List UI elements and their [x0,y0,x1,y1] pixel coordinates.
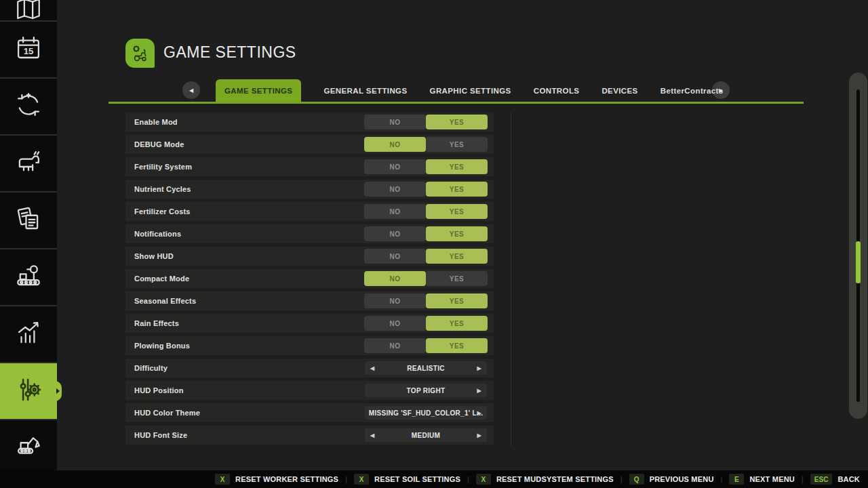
select-current-option: TOP RIGHT [407,387,446,394]
separator: | [467,475,469,483]
svg-text:15: 15 [24,46,34,56]
toggle-no-button[interactable]: NO [364,137,426,152]
yes-no-toggle: NOYES [364,159,488,174]
select-prev-arrow-icon[interactable]: ◀ [370,365,374,371]
tab-general-settings[interactable]: GENERAL SETTINGS [323,79,407,102]
setting-row: DEBUG ModeNOYES [125,135,494,154]
setting-label: Rain Effects [134,319,179,327]
sidebar-item-animals[interactable] [0,136,57,191]
keybind-back[interactable]: ESCBACK [810,474,860,485]
select-value[interactable]: ◀REALISTIC▶ [364,361,488,375]
setting-row: Rain EffectsNOYES [125,314,494,333]
select-value[interactable]: TOP RIGHT▶ [364,383,488,398]
select-next-arrow-icon[interactable]: ▶ [477,365,481,371]
setting-label: HUD Position [134,386,184,394]
tab-controls[interactable]: CONTROLS [534,79,580,102]
setting-label: Enable Mod [134,118,178,126]
setting-row: Seasonal EffectsNOYES [125,291,494,310]
toggle-no-button[interactable]: NO [364,271,426,286]
sidebar-item-contracts[interactable] [0,192,57,248]
toggle-no-button[interactable]: NO [364,159,426,174]
sidebar-item-production[interactable] [0,249,57,305]
select-prev-arrow-icon[interactable]: ◀ [370,432,374,439]
toggle-yes-button[interactable]: YES [426,293,488,308]
toggle-yes-button[interactable]: YES [426,338,488,353]
production-icon [14,262,43,293]
setting-label: Compact Mode [134,274,189,283]
sidebar-item-game-settings[interactable] [0,363,57,419]
sidebar: 15 [0,0,57,470]
tab-graphic-settings[interactable]: GRAPHIC SETTINGS [430,79,511,102]
yes-no-toggle: NOYES [364,115,488,129]
toggle-no-button[interactable]: NO [364,338,426,353]
sidebar-item-crop-rotation[interactable] [0,79,57,134]
setting-label: Nutrient Cycles [134,185,191,193]
setting-row: NotificationsNOYES [125,224,494,243]
select-value[interactable]: ◀MEDIUM▶ [364,428,488,443]
toggle-no-button[interactable]: NO [364,293,426,308]
settings-list: Enable ModNOYESDEBUG ModeNOYESFertility … [125,113,494,448]
toggle-yes-button[interactable]: YES [426,204,488,219]
scrollbar [849,73,867,419]
setting-label: Difficulty [134,364,167,372]
toggle-no-button[interactable]: NO [364,115,426,129]
select-next-arrow-icon[interactable]: ▶ [477,388,481,394]
setting-label: Seasonal Effects [134,297,196,305]
setting-row: HUD Color ThemeMISSING 'SF_HUD_COLOR_1' … [125,403,494,422]
setting-row: HUD Font Size◀MEDIUM▶ [125,426,494,445]
setting-label: Fertility System [134,163,192,171]
setting-label: Plowing Bonus [134,342,190,350]
keybind-reset-soil-settings[interactable]: XRESET SOIL SETTINGS [354,474,460,485]
toggle-yes-button[interactable]: YES [426,249,488,264]
toggle-no-button[interactable]: NO [364,249,426,264]
setting-label: Fertilizer Costs [134,207,191,216]
yes-no-toggle: NOYES [364,204,488,219]
contracts-icon [14,205,43,236]
setting-row: Show HUDNOYES [125,247,494,266]
select-next-arrow-icon[interactable]: ▶ [477,432,481,439]
keybind-previous-menu[interactable]: QPREVIOUS MENU [629,474,714,485]
keybind-reset-mudsystem-settings[interactable]: XRESET MUDSYSTEM SETTINGS [476,474,614,485]
key-badge: Q [629,474,644,485]
keybind-reset-worker-settings[interactable]: XRESET WORKER SETTINGS [215,474,338,485]
toggle-yes-button[interactable]: YES [426,271,488,286]
setting-label: DEBUG Mode [134,140,184,148]
toggle-no-button[interactable]: NO [364,316,426,331]
toggle-no-button[interactable]: NO [364,204,426,219]
sidebar-item-map[interactable] [0,0,57,20]
page-title: GAME SETTINGS [163,43,296,62]
toggle-yes-button[interactable]: YES [426,159,488,174]
sidebar-item-calendar[interactable]: 15 [0,22,57,77]
toggle-yes-button[interactable]: YES [426,316,488,331]
tab-bettercontracts[interactable]: BetterContracts [660,79,724,102]
toggle-yes-button[interactable]: YES [426,137,488,152]
tab-game-settings[interactable]: GAME SETTINGS [216,79,301,102]
toggle-yes-button[interactable]: YES [426,226,488,241]
sidebar-item-construction[interactable] [0,420,57,470]
setting-row: Nutrient CyclesNOYES [125,180,494,199]
separator: | [620,475,623,483]
select-next-arrow-icon[interactable]: ▶ [477,410,481,416]
toggle-yes-button[interactable]: YES [426,115,488,129]
keybind-label: PREVIOUS MENU [650,475,714,483]
tabs-scroll-left-button[interactable]: ◀ [182,81,200,99]
keybind-next-menu[interactable]: ENEXT MENU [729,474,795,485]
game-settings-icon [14,375,43,407]
setting-row: Fertilizer CostsNOYES [125,202,494,221]
key-badge: X [354,474,369,485]
toggle-yes-button[interactable]: YES [426,182,488,197]
game-settings-page-icon [125,39,155,68]
separator: | [721,475,723,483]
scrollbar-track[interactable] [856,89,860,402]
sidebar-item-statistics[interactable] [0,306,57,362]
scrollbar-thumb[interactable] [856,241,861,283]
toggle-no-button[interactable]: NO [364,226,426,241]
setting-label: HUD Color Theme [134,409,200,417]
construction-icon [14,430,43,461]
toggle-no-button[interactable]: NO [364,182,426,197]
statistics-icon [14,319,43,350]
select-value[interactable]: MISSING 'SF_HUD_COLOR_1' L...▶ [364,405,488,420]
tab-devices[interactable]: DEVICES [601,79,637,102]
animals-icon [14,148,43,179]
yes-no-toggle: NOYES [364,226,488,241]
